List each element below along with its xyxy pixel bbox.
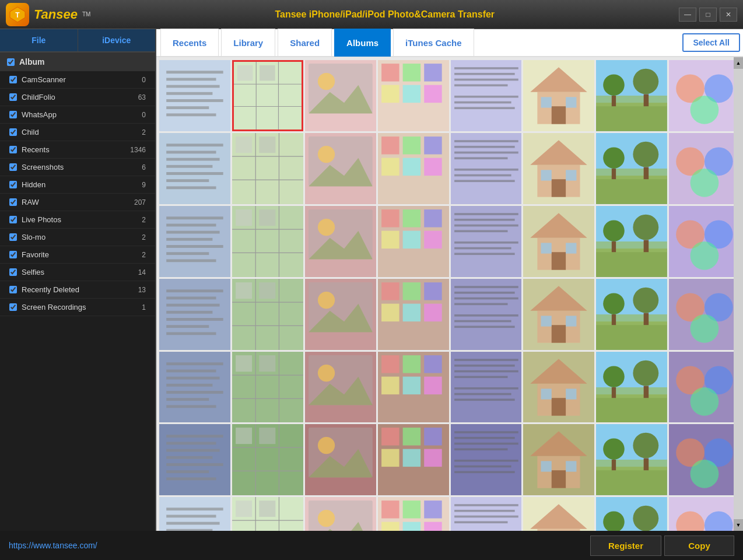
photo-cell[interactable] (305, 352, 376, 423)
sidebar-item-camscanner[interactable]: CamScanner 0 (0, 71, 155, 89)
sidebar-checkbox-11[interactable] (9, 268, 17, 276)
photo-cell[interactable] (159, 279, 230, 350)
copy-button[interactable]: Copy (664, 536, 734, 556)
photo-cell[interactable] (669, 206, 740, 277)
sidebar-checkbox-5[interactable] (9, 163, 17, 171)
sidebar-item-live-photos[interactable]: Live Photos 2 (0, 211, 155, 229)
photo-cell[interactable] (451, 60, 522, 131)
sidebar-item-child[interactable]: Child 2 (0, 124, 155, 141)
album-header-checkbox[interactable] (7, 58, 15, 66)
photo-cell[interactable] (378, 424, 449, 495)
photo-cell[interactable] (232, 133, 303, 204)
photo-cell[interactable] (596, 497, 667, 531)
sidebar-checkbox-7[interactable] (9, 198, 17, 206)
photo-cell[interactable] (596, 206, 667, 277)
register-button[interactable]: Register (590, 536, 661, 556)
photo-cell[interactable] (523, 133, 594, 204)
scroll-up-arrow[interactable]: ▲ (734, 57, 743, 69)
sidebar-checkbox-9[interactable] (9, 233, 17, 241)
photo-cell[interactable] (378, 206, 449, 277)
photo-grid-container[interactable] (156, 57, 743, 531)
sidebar-checkbox-1[interactable] (9, 93, 17, 101)
photo-cell[interactable] (596, 352, 667, 423)
photo-cell[interactable] (451, 206, 522, 277)
sidebar-checkbox-3[interactable] (9, 128, 17, 136)
sidebar-item-childfolio[interactable]: ChildFolio 63 (0, 89, 155, 106)
sidebar-checkbox-6[interactable] (9, 181, 17, 188)
sidebar-checkbox-2[interactable] (9, 111, 17, 118)
photo-cell[interactable] (523, 424, 594, 495)
photo-cell[interactable] (523, 497, 594, 531)
photo-cell[interactable] (451, 497, 522, 531)
photo-cell[interactable] (305, 133, 376, 204)
photo-cell[interactable] (305, 206, 376, 277)
maximize-button[interactable]: □ (699, 8, 717, 22)
sidebar-item-raw[interactable]: RAW 207 (0, 194, 155, 211)
photo-cell[interactable] (378, 133, 449, 204)
sidebar-item-screen-recordings[interactable]: Screen Recordings 1 (0, 299, 155, 316)
photo-cell[interactable] (523, 352, 594, 423)
photo-cell[interactable] (232, 497, 303, 531)
photo-cell[interactable] (451, 424, 522, 495)
sidebar-item-hidden[interactable]: Hidden 9 (0, 176, 155, 194)
photo-cell[interactable] (305, 60, 376, 131)
photo-cell[interactable] (451, 279, 522, 350)
photo-cell[interactable] (596, 60, 667, 131)
photo-cell[interactable] (378, 497, 449, 531)
photo-cell[interactable] (305, 279, 376, 350)
sidebar-item-recently-deleted[interactable]: Recently Deleted 13 (0, 281, 155, 299)
photo-cell[interactable] (232, 60, 303, 131)
photo-cell[interactable] (305, 497, 376, 531)
tab-itunes-cache[interactable]: iTunes Cache (393, 29, 474, 57)
photo-cell[interactable] (523, 279, 594, 350)
file-tab[interactable]: File (0, 29, 78, 51)
photo-cell[interactable] (669, 60, 740, 131)
close-button[interactable]: ✕ (720, 8, 737, 22)
tab-recents[interactable]: Recents (160, 29, 219, 57)
photo-cell[interactable] (159, 133, 230, 204)
sidebar-checkbox-4[interactable] (9, 146, 17, 153)
photo-cell[interactable] (378, 60, 449, 131)
photo-cell[interactable] (669, 424, 740, 495)
minimize-button[interactable]: — (679, 8, 696, 22)
idevice-tab[interactable]: iDevice (78, 29, 156, 51)
sidebar-checkbox-8[interactable] (9, 216, 17, 223)
sidebar-checkbox-13[interactable] (9, 303, 17, 311)
photo-cell[interactable] (451, 133, 522, 204)
photo-cell[interactable] (669, 497, 740, 531)
tab-shared[interactable]: Shared (278, 29, 332, 57)
sidebar-item-slo-mo[interactable]: Slo-mo 2 (0, 229, 155, 246)
photo-cell[interactable] (159, 352, 230, 423)
sidebar-item-selfies[interactable]: Selfies 14 (0, 264, 155, 281)
photo-cell[interactable] (305, 424, 376, 495)
photo-cell[interactable] (378, 279, 449, 350)
sidebar-item-favorite[interactable]: Favorite 2 (0, 246, 155, 264)
photo-cell[interactable] (159, 424, 230, 495)
tab-library[interactable]: Library (221, 29, 275, 57)
website-link[interactable]: https://www.tansee.com/ (9, 541, 97, 550)
sidebar-checkbox-12[interactable] (9, 286, 17, 293)
photo-cell[interactable] (596, 424, 667, 495)
photo-cell[interactable] (669, 279, 740, 350)
sidebar-checkbox-10[interactable] (9, 251, 17, 258)
photo-cell[interactable] (159, 60, 230, 131)
photo-cell[interactable] (378, 352, 449, 423)
sidebar-item-recents[interactable]: Recents 1346 (0, 141, 155, 159)
photo-cell[interactable] (232, 352, 303, 423)
photo-cell[interactable] (451, 352, 522, 423)
photo-cell[interactable] (596, 279, 667, 350)
photo-cell[interactable] (523, 60, 594, 131)
photo-cell[interactable] (159, 206, 230, 277)
photo-cell[interactable] (232, 206, 303, 277)
photo-cell[interactable] (523, 206, 594, 277)
sidebar-item-screenshots[interactable]: Screenshots 6 (0, 159, 155, 176)
photo-cell[interactable] (669, 352, 740, 423)
photo-cell[interactable] (232, 424, 303, 495)
photo-cell[interactable] (159, 497, 230, 531)
select-all-button[interactable]: Select All (682, 33, 740, 52)
sidebar-item-whatsapp[interactable]: WhatsApp 0 (0, 106, 155, 124)
tab-albums[interactable]: Albums (334, 29, 391, 57)
scroll-down-arrow[interactable]: ▼ (734, 519, 743, 531)
photo-cell[interactable] (669, 133, 740, 204)
photo-cell[interactable] (232, 279, 303, 350)
